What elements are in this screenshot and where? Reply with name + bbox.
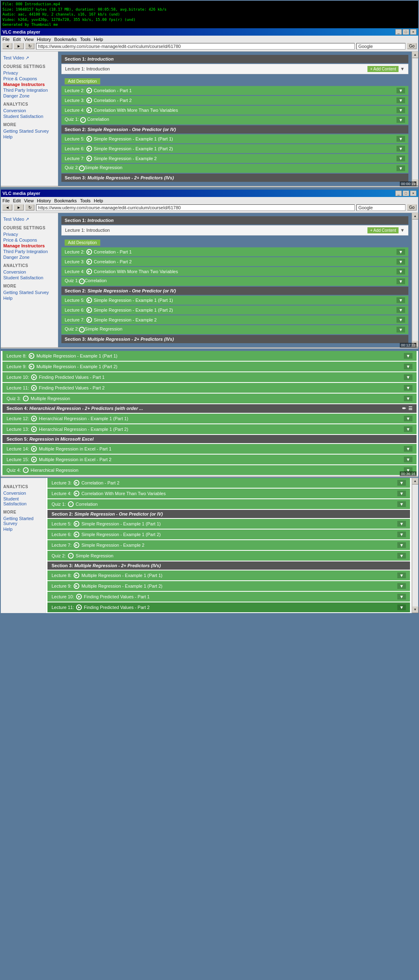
back-btn-2[interactable]: ◄ bbox=[2, 204, 12, 210]
sidebar-satisfaction-1[interactable]: Student Satisfaction bbox=[3, 113, 55, 119]
sidebar-danger-1[interactable]: Danger Zone bbox=[3, 93, 55, 99]
edit-section-4-icon[interactable]: ✏ bbox=[402, 406, 406, 411]
expand-btn-4-2[interactable]: ▼ bbox=[396, 269, 405, 274]
expand-bq2[interactable]: ▼ bbox=[397, 553, 406, 559]
sidebar-survey-1[interactable]: Getting Started Survey bbox=[3, 128, 55, 134]
sidebar-help-bottom[interactable]: Help bbox=[3, 526, 43, 532]
scroll-track-2[interactable] bbox=[412, 220, 418, 341]
address-bar-2[interactable]: https://www.udemy.com/course-manage/edit… bbox=[36, 204, 355, 211]
expand-lecture-1-2[interactable]: ▼ bbox=[400, 228, 405, 233]
add-description-btn-1[interactable]: Add Description bbox=[65, 78, 100, 84]
minimize-btn-2[interactable]: _ bbox=[395, 190, 402, 196]
expand-quiz-2-2[interactable]: ▼ bbox=[396, 327, 405, 333]
scroll-up-bottom[interactable]: ▲ bbox=[412, 478, 419, 484]
sidebar-conversion-bottom[interactable]: Conversion bbox=[3, 490, 43, 496]
menu-history-2[interactable]: History bbox=[37, 198, 51, 203]
expand-btn-6-2[interactable]: ▼ bbox=[396, 307, 405, 313]
expand-btn-5-1[interactable]: ▼ bbox=[396, 136, 405, 142]
expand-b9[interactable]: ▼ bbox=[397, 583, 406, 589]
expand-lec10[interactable]: ▼ bbox=[404, 374, 412, 380]
expand-bq1[interactable]: ▼ bbox=[397, 501, 406, 507]
expand-b7[interactable]: ▼ bbox=[397, 542, 406, 548]
close-btn-1[interactable]: × bbox=[410, 29, 417, 35]
scroll-up-2[interactable]: ▲ bbox=[412, 213, 419, 220]
sidebar-privacy-2[interactable]: Privacy bbox=[3, 231, 55, 237]
expand-lec11[interactable]: ▼ bbox=[404, 385, 412, 391]
menu-bookmarks-1[interactable]: Bookmarks bbox=[54, 37, 77, 42]
sidebar-test-video-2[interactable]: Test Video ↗ bbox=[3, 216, 55, 222]
menu-help-1[interactable]: Help bbox=[94, 37, 103, 42]
expand-lec14[interactable]: ▼ bbox=[404, 446, 412, 452]
expand-b6[interactable]: ▼ bbox=[397, 532, 406, 537]
scrollbar-2[interactable]: ▲ ▼ bbox=[412, 213, 418, 347]
sidebar-price-1[interactable]: Price & Coupons bbox=[3, 76, 55, 81]
reload-btn-2[interactable]: ↻ bbox=[25, 204, 34, 210]
expand-btn-3-1[interactable]: ▼ bbox=[396, 97, 405, 103]
forward-btn-1[interactable]: ► bbox=[14, 43, 24, 49]
expand-btn-5-2[interactable]: ▼ bbox=[396, 297, 405, 303]
sidebar-third-party-1[interactable]: Third Party Integration bbox=[3, 87, 55, 93]
search-bar-2[interactable]: Google bbox=[356, 204, 405, 211]
expand-b3[interactable]: ▼ bbox=[397, 480, 406, 486]
expand-quiz-1-1[interactable]: ▼ bbox=[396, 117, 405, 123]
hamburger-section-4-icon[interactable]: ☰ bbox=[408, 406, 412, 411]
sidebar-price-2[interactable]: Price & Coupons bbox=[3, 237, 55, 243]
scrollbar-bottom[interactable]: ▲ ▼ bbox=[412, 478, 418, 613]
expand-btn-2-1[interactable]: ▼ bbox=[396, 88, 405, 93]
menu-edit-2[interactable]: Edit bbox=[13, 198, 21, 203]
back-btn-1[interactable]: ◄ bbox=[2, 43, 12, 49]
sidebar-third-party-2[interactable]: Third Party Integration bbox=[3, 249, 55, 254]
expand-btn-4-1[interactable]: ▼ bbox=[396, 107, 405, 113]
sidebar-satisfaction-bottom[interactable]: Student Satisfaction bbox=[3, 496, 43, 507]
sidebar-satisfaction-2[interactable]: Student Satisfaction bbox=[3, 275, 55, 281]
scroll-up-1[interactable]: ▲ bbox=[412, 52, 419, 58]
expand-lec8[interactable]: ▼ bbox=[404, 353, 412, 359]
menu-tools-2[interactable]: Tools bbox=[80, 198, 91, 203]
add-content-btn-1[interactable]: + Add Content bbox=[367, 66, 399, 72]
go-btn-1[interactable]: Go bbox=[407, 43, 417, 49]
search-bar-1[interactable]: Google bbox=[356, 43, 405, 50]
expand-quiz3[interactable]: ▼ bbox=[404, 396, 412, 401]
expand-btn-7-2[interactable]: ▼ bbox=[396, 317, 405, 323]
sidebar-manage-instructors-1[interactable]: Manage Instructors bbox=[3, 81, 55, 87]
close-btn-2[interactable]: × bbox=[410, 190, 417, 196]
scroll-track-bottom[interactable] bbox=[412, 484, 418, 607]
expand-btn-2-2[interactable]: ▼ bbox=[396, 249, 405, 255]
expand-b5[interactable]: ▼ bbox=[397, 521, 406, 527]
scrollbar-1[interactable]: ▲ ▼ bbox=[412, 52, 418, 186]
sidebar-danger-2[interactable]: Danger Zone bbox=[3, 254, 55, 260]
sidebar-help-1[interactable]: Help bbox=[3, 134, 55, 140]
expand-b4[interactable]: ▼ bbox=[397, 491, 406, 496]
expand-b8[interactable]: ▼ bbox=[397, 573, 406, 578]
expand-b10[interactable]: ▼ bbox=[397, 594, 406, 600]
sidebar-conversion-1[interactable]: Conversion bbox=[3, 108, 55, 113]
menu-file-2[interactable]: File bbox=[2, 198, 10, 203]
expand-btn-7-1[interactable]: ▼ bbox=[396, 156, 405, 161]
expand-lec15[interactable]: ▼ bbox=[404, 457, 412, 462]
maximize-btn-2[interactable]: □ bbox=[403, 190, 409, 196]
menu-edit-1[interactable]: Edit bbox=[13, 37, 21, 42]
address-bar-1[interactable]: https://www.udemy.com/course-manage/edit… bbox=[36, 43, 355, 50]
expand-lec9[interactable]: ▼ bbox=[404, 364, 412, 369]
expand-b11[interactable]: ▼ bbox=[397, 604, 406, 610]
menu-file-1[interactable]: File bbox=[2, 37, 10, 42]
sidebar-help-2[interactable]: Help bbox=[3, 295, 55, 301]
menu-view-2[interactable]: View bbox=[24, 198, 34, 203]
scroll-down-bottom[interactable]: ▼ bbox=[412, 607, 419, 613]
add-content-btn-2[interactable]: + Add Content bbox=[367, 227, 399, 233]
sidebar-survey-2[interactable]: Getting Started Survey bbox=[3, 290, 55, 295]
menu-history-1[interactable]: History bbox=[37, 37, 51, 42]
expand-lec13[interactable]: ▼ bbox=[404, 426, 412, 432]
sidebar-manage-instructors-2[interactable]: Manage Instructors bbox=[3, 243, 55, 249]
add-description-btn-2[interactable]: Add Description bbox=[65, 240, 100, 246]
scroll-track-1[interactable] bbox=[412, 58, 418, 179]
menu-help-2[interactable]: Help bbox=[94, 198, 103, 203]
sidebar-conversion-2[interactable]: Conversion bbox=[3, 269, 55, 275]
sidebar-test-video-1[interactable]: Test Video ↗ bbox=[3, 55, 55, 61]
maximize-btn-1[interactable]: □ bbox=[403, 29, 409, 35]
expand-btn-3-2[interactable]: ▼ bbox=[396, 259, 405, 265]
go-btn-2[interactable]: Go bbox=[407, 204, 417, 210]
expand-quiz-2-1[interactable]: ▼ bbox=[396, 165, 405, 171]
expand-lecture-1[interactable]: ▼ bbox=[400, 66, 405, 71]
menu-tools-1[interactable]: Tools bbox=[80, 37, 91, 42]
